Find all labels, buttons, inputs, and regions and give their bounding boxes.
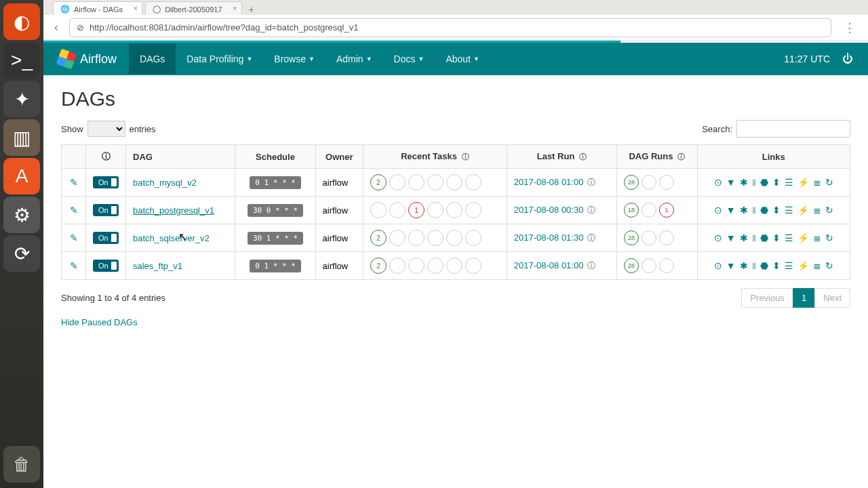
hide-paused-link[interactable]: Hide Paused DAGs [61, 317, 138, 327]
run-status-circle[interactable]: 1 [659, 203, 674, 218]
dag-action-icon[interactable]: ☰ [785, 260, 793, 272]
dag-action-icon[interactable]: ↻ [825, 177, 833, 188]
nav-data-profiling[interactable]: Data Profiling▼ [176, 44, 263, 74]
task-status-circle[interactable] [389, 202, 406, 218]
dag-action-icon[interactable]: ⬍ [772, 177, 781, 188]
dag-action-icon[interactable]: ☰ [785, 205, 793, 216]
run-status-circle[interactable] [659, 258, 674, 273]
search-input[interactable] [736, 120, 850, 138]
prev-button[interactable]: Previous [741, 288, 793, 308]
task-status-circle[interactable] [446, 258, 462, 274]
col-schedule[interactable]: Schedule [256, 152, 295, 162]
launcher-app-icon[interactable]: ✦ [3, 81, 40, 117]
dag-action-icon[interactable]: ≣ [813, 205, 821, 216]
task-status-circle[interactable] [408, 174, 425, 190]
dag-link[interactable]: batch_sqlserver_v2 [133, 233, 210, 243]
task-status-circle[interactable] [465, 230, 481, 246]
dag-action-icon[interactable]: ≣ [813, 177, 821, 188]
run-status-circle[interactable]: 28 [624, 258, 639, 273]
run-status-circle[interactable] [659, 175, 674, 190]
next-button[interactable]: Next [814, 288, 850, 308]
launcher-trash-icon[interactable]: 🗑 [3, 446, 40, 483]
dag-action-icon[interactable]: ⫴ [752, 177, 756, 188]
launcher-dash-icon[interactable]: ◐ [3, 3, 40, 40]
dag-action-icon[interactable]: ✱ [740, 260, 748, 272]
task-status-circle[interactable] [408, 258, 425, 274]
nav-about[interactable]: About▼ [435, 44, 490, 74]
task-status-circle[interactable] [389, 230, 406, 246]
last-run-link[interactable]: 2017-08-08 01:30 [514, 232, 584, 243]
dag-action-icon[interactable]: ⫴ [752, 205, 756, 216]
nav-browse[interactable]: Browse▼ [263, 44, 326, 74]
nav-docs[interactable]: Docs▼ [383, 44, 435, 74]
nav-dags[interactable]: DAGs [129, 44, 176, 74]
dag-action-icon[interactable]: ⚡ [797, 177, 809, 188]
edit-icon[interactable]: ✎ [70, 232, 78, 243]
schedule-badge[interactable]: 30 1 * * * [248, 232, 303, 245]
dag-action-icon[interactable]: ↻ [825, 205, 833, 216]
dag-action-icon[interactable]: ✱ [740, 177, 748, 188]
dag-action-icon[interactable]: ⚡ [797, 232, 809, 244]
dag-link[interactable]: batch_mysql_v2 [133, 178, 197, 188]
dag-action-icon[interactable]: ≣ [813, 232, 821, 244]
dag-action-icon[interactable]: ☰ [785, 232, 793, 244]
dag-action-icon[interactable]: ↻ [825, 260, 833, 272]
dag-action-icon[interactable]: ⚡ [797, 260, 809, 272]
task-status-circle[interactable]: 2 [370, 258, 387, 274]
back-icon[interactable]: ‹ [50, 20, 62, 35]
dag-action-icon[interactable]: ⊙ [714, 232, 722, 244]
task-status-circle[interactable] [465, 258, 481, 274]
task-status-circle[interactable] [370, 202, 387, 218]
last-run-link[interactable]: 2017-08-08 00:30 [514, 205, 584, 215]
dag-action-icon[interactable]: ⫴ [752, 260, 756, 272]
dag-action-icon[interactable]: ⬍ [772, 232, 781, 244]
dag-action-icon[interactable]: ▼ [726, 177, 736, 188]
run-status-circle[interactable]: 18 [624, 203, 639, 218]
dag-link[interactable]: batch_postgresql_v1 [133, 205, 214, 216]
task-status-circle[interactable] [427, 230, 443, 246]
launcher-updater-icon[interactable]: ⟳ [3, 235, 40, 272]
launcher-files-icon[interactable]: ▥ [3, 119, 40, 156]
col-recent[interactable]: Recent Tasks [401, 151, 457, 161]
dag-action-icon[interactable]: ⊙ [714, 177, 722, 188]
url-input[interactable]: ⊘ http://localhost:8081/admin/airflow/tr… [69, 18, 831, 37]
dag-action-icon[interactable]: ⬣ [760, 232, 768, 244]
task-status-circle[interactable] [408, 230, 425, 246]
dag-action-icon[interactable]: ⫴ [752, 232, 756, 244]
dag-action-icon[interactable]: ☰ [785, 177, 793, 188]
airflow-brand[interactable]: Airflow [58, 51, 117, 67]
dag-action-icon[interactable]: ⊙ [714, 260, 722, 272]
dag-action-icon[interactable]: ▼ [726, 260, 736, 272]
dag-toggle[interactable]: On [93, 176, 119, 188]
launcher-settings-icon[interactable]: ⚙ [3, 197, 40, 233]
col-owner[interactable]: Owner [326, 152, 353, 162]
close-icon[interactable]: × [134, 4, 138, 12]
edit-icon[interactable]: ✎ [70, 205, 78, 216]
launcher-terminal-icon[interactable]: >_ [3, 42, 40, 79]
run-status-circle[interactable]: 28 [624, 175, 639, 190]
task-status-circle[interactable]: 2 [370, 174, 387, 190]
col-last[interactable]: Last Run [537, 151, 575, 161]
dag-action-icon[interactable]: ⬣ [760, 260, 768, 272]
run-status-circle[interactable] [659, 230, 674, 245]
schedule-badge[interactable]: 0 1 * * * [250, 176, 301, 189]
task-status-circle[interactable] [427, 202, 443, 218]
task-status-circle[interactable] [465, 202, 481, 218]
run-status-circle[interactable] [642, 203, 656, 218]
launcher-software-icon[interactable]: A [3, 158, 40, 195]
browser-tab[interactable]: ◯ Dilbert-20050917 × [145, 1, 241, 15]
last-run-link[interactable]: 2017-08-08 01:00 [514, 177, 584, 187]
dag-action-icon[interactable]: ≣ [813, 260, 821, 272]
last-run-link[interactable]: 2017-08-08 01:00 [514, 260, 584, 270]
edit-icon[interactable]: ✎ [70, 177, 78, 188]
col-runs[interactable]: DAG Runs [629, 151, 673, 161]
dag-action-icon[interactable]: ⬍ [772, 205, 781, 216]
task-status-circle[interactable] [446, 230, 462, 246]
dag-action-icon[interactable]: ▼ [726, 205, 736, 216]
dag-action-icon[interactable]: ⚡ [797, 205, 809, 216]
dag-action-icon[interactable]: ⬍ [772, 260, 781, 272]
col-dag[interactable]: DAG [133, 152, 153, 162]
dag-action-icon[interactable]: ↻ [825, 232, 833, 244]
dag-toggle[interactable]: On [93, 204, 119, 216]
task-status-circle[interactable]: 2 [370, 230, 387, 246]
